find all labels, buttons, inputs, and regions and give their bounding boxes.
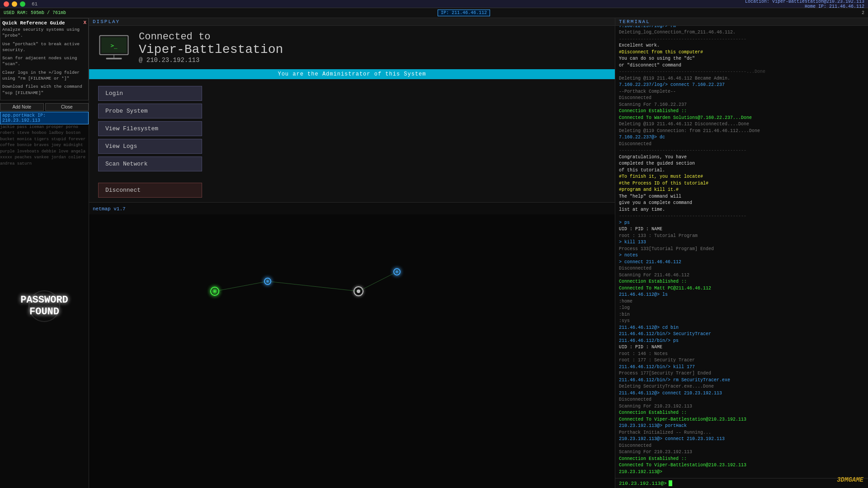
window-title: 61 [32, 1, 38, 7]
terminal-line: 210.23.192.113@> connect 210.23.192.113 [619, 436, 864, 443]
terminal-line: #the Process ID of this tutorial# [619, 180, 864, 187]
top-bar: 61 Location: Viper-Battlestation@210.23.… [0, 0, 868, 8]
connected-display: >_ Connected to Viper-Battlestation @ 21… [89, 26, 615, 488]
terminal-line: list at any time. [619, 207, 864, 213]
tip2: Use "porthack" to break active security. [2, 41, 86, 53]
network-lines [89, 214, 615, 488]
terminal-output: Note: the wildcard "*" indicates'All'.--… [615, 26, 868, 478]
terminal-line: 7.160.22.237/log/> connect 7.160.22.237 [619, 82, 864, 89]
terminal-line: Connected To Matt PC@211.46.46.112 [619, 285, 864, 292]
terminal-line: Disconnected [619, 95, 864, 102]
terminal-line: Disconnected [619, 397, 864, 403]
view-filesystem-button[interactable]: View Filesystem [98, 121, 202, 136]
terminal-line: Deleting_log_Connection_from_211.46.46.1… [619, 29, 864, 36]
terminal-line: ----------------------------------------… [619, 213, 864, 220]
terminal-line: Connection Established :: [619, 456, 864, 463]
password-found-overlay: PASSWORD FOUND [20, 294, 68, 318]
terminal-line: 211.46.46.112@> connect 210.23.192.113 [619, 390, 864, 397]
window-controls: 61 [4, 1, 38, 7]
terminal-line: root : 177 : Security Tracer [619, 357, 864, 364]
password-cracker-area: jackie pass iceman prosper porno robert … [0, 124, 89, 488]
terminal-line: 211.46.46.112@> ls [619, 292, 864, 298]
terminal-line: Connection Established :: [619, 410, 864, 417]
computer-icon: >_ [98, 34, 130, 61]
terminal-line: #To finish it, you must locate# [619, 174, 864, 180]
tip1: Analyze security systems using "probe". [2, 27, 86, 39]
terminal-line: root : 146 : Notes [619, 351, 864, 358]
node-highlight: app.portHack IP: 210.23.192.113 [0, 112, 89, 124]
terminal-line: give you a complete command [619, 200, 864, 207]
admin-banner: You are the Administrator of this System [89, 69, 615, 79]
terminal-line: completed the guided section [619, 161, 864, 167]
terminal-line: You can do so using the "dc" [619, 56, 864, 62]
tip3: Scan for adjacent nodes using "scan". [2, 55, 86, 67]
terminal-line: #program and kill it.# [619, 187, 864, 194]
terminal-line: of this tutorial. [619, 167, 864, 174]
quick-ref-title: Quick Reference Guide [2, 20, 86, 27]
terminal-line: :log [619, 305, 864, 312]
terminal-line: 211.46.46.112@> cd bin [619, 325, 864, 332]
quick-ref-close-button[interactable]: X [83, 20, 86, 25]
terminal-line: Scanning For 211.46.46.112 [619, 272, 864, 279]
terminal-input-line[interactable]: 210.23.192.113@> [615, 478, 868, 488]
svg-line-6 [268, 281, 359, 291]
connected-header: >_ Connected to Viper-Battlestation @ 21… [89, 26, 615, 69]
terminal-line: :sys [619, 318, 864, 325]
minimize-window-btn[interactable] [12, 1, 17, 7]
terminal-prompt: 210.23.192.113@> [619, 481, 667, 486]
terminal-line: Excellent work. [619, 43, 864, 49]
terminal-line: Porthack Initialized -- Running... [619, 430, 864, 436]
terminal-line: Process 133[Tutorial Program] Ended [619, 246, 864, 253]
terminal-line: Scanning For 210.23.192.113 [619, 449, 864, 456]
main-layout: Quick Reference Guide X Analyze security… [0, 18, 868, 488]
tip5: Download files with the command "scp [FI… [2, 84, 86, 96]
disconnect-button[interactable]: Disconnect [98, 183, 202, 198]
close-window-btn[interactable] [4, 1, 9, 7]
terminal-line: Congratulations, You have [619, 154, 864, 161]
svg-text:>_: >_ [110, 42, 118, 49]
display-label: DISPLAY [89, 18, 615, 26]
password-found-line1: PASSWORD [20, 294, 68, 306]
terminal-cursor [669, 480, 672, 486]
network-node-1[interactable] [210, 287, 219, 296]
terminal-line: 211.46.46.112/bin/> kill 177 [619, 364, 864, 371]
terminal-line: :home [619, 298, 864, 305]
maximize-window-btn[interactable] [20, 1, 25, 7]
probe-system-button[interactable]: Probe System [98, 104, 202, 118]
terminal-panel: TERMINAL Note: the wildcard "*" indicate… [615, 18, 868, 488]
terminal-line: root : 133 : Tutorial Program [619, 233, 864, 240]
quick-ref-content: Analyze security systems using "probe". … [2, 27, 86, 96]
add-note-button[interactable]: Add Note [0, 103, 44, 111]
connected-to-label: Connected to [139, 31, 283, 43]
close-note-button[interactable]: Close [45, 103, 89, 111]
terminal-line: Disconnected [619, 443, 864, 450]
location-text: Location: Viper-Battlestation@210.23.192… [745, 0, 864, 4]
terminal-line: 211.46.46.112/bin/> SecurityTracer [619, 331, 864, 338]
quick-reference-panel: Quick Reference Guide X Analyze security… [0, 18, 89, 100]
terminal-line: Connection Established :: [619, 279, 864, 285]
netmap-label: netmap v1.7 [93, 206, 126, 212]
view-logs-button[interactable]: View Logs [98, 139, 202, 154]
target-ip: @ 210.23.192.113 [139, 57, 283, 64]
network-node-4[interactable] [393, 268, 401, 275]
password-found-line2: FOUND [29, 306, 59, 317]
terminal-line: Deleting @119 211.46.46.112 Disconnected… [619, 121, 864, 128]
terminal-line: > ps [619, 220, 864, 227]
terminal-line: or "disconnect" command [619, 62, 864, 69]
terminal-label: TERMINAL [615, 18, 868, 26]
terminal-line: #Disconnect from this computer# [619, 49, 864, 56]
network-node-3[interactable] [354, 286, 363, 296]
terminal-line: Connected To Viper-Battlestation@210.23.… [619, 417, 864, 423]
terminal-line: 7.160.22.237@> dc [619, 134, 864, 141]
scan-network-button[interactable]: Scan Network [98, 156, 202, 171]
network-input-bar: netmap v1.7 [89, 202, 615, 214]
terminal-line: 210.23.192.113@> portHack [619, 423, 864, 430]
network-node-2[interactable] [264, 278, 271, 285]
terminal-line: Disconnected [619, 141, 864, 148]
svg-rect-3 [106, 58, 122, 60]
svg-line-7 [359, 272, 397, 291]
login-button[interactable]: Login [98, 86, 202, 101]
terminal-line: > connect 211.46.46.112 [619, 259, 864, 266]
terminal-line: Connected To Viper-Battlestation@210.23.… [619, 462, 864, 469]
terminal-line: Deleting @119 211.46.46.112 Became Admin… [619, 76, 864, 82]
